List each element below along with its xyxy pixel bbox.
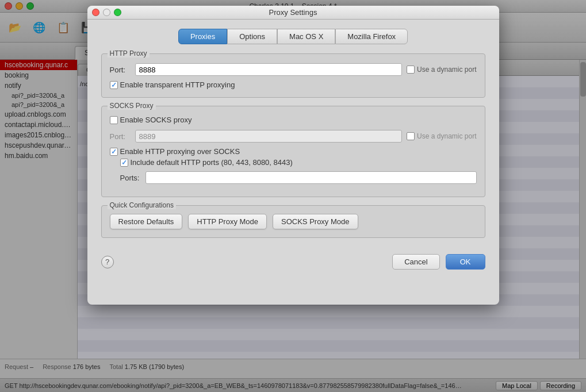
dialog-tab-options[interactable]: Options (227, 29, 277, 44)
dialog-title: Proxy Settings (269, 8, 317, 17)
socks-include-default-label: Include default HTTP ports (80, 443, 808… (131, 158, 293, 167)
socks-enable-checkbox[interactable] (110, 116, 118, 124)
restore-defaults-button[interactable]: Restore Defaults (110, 214, 183, 229)
dialog-window-controls[interactable] (92, 9, 121, 16)
dialog-tabs: Proxies Options Mac OS X Mozilla Firefox (101, 29, 485, 44)
http-dynamic-port-row: Use a dynamic port (407, 66, 476, 74)
socks-proxy-section: SOCKS Proxy Enable SOCKS proxy Port: Use… (101, 106, 485, 197)
dialog-tab-firefox[interactable]: Mozilla Firefox (335, 29, 408, 44)
socks-http-over-socks-row[interactable]: Enable HTTP proxying over SOCKS (110, 147, 477, 156)
modal-overlay: Proxy Settings Proxies Options Mac OS X … (0, 0, 586, 392)
ok-button[interactable]: OK (446, 254, 485, 270)
cancel-button[interactable]: Cancel (392, 254, 439, 270)
proxy-settings-dialog: Proxy Settings Proxies Options Mac OS X … (87, 6, 499, 305)
dialog-title-bar: Proxy Settings (87, 6, 499, 20)
socks-port-row: Port: Use a dynamic port (110, 130, 477, 143)
socks-dynamic-label: Use a dynamic port (417, 132, 476, 140)
socks-enable-label: Enable SOCKS proxy (120, 116, 192, 124)
http-dynamic-checkbox[interactable] (407, 66, 415, 74)
content-split: hscebooking.qunar.c booking notify api?_… (0, 60, 586, 359)
socks-port-input[interactable] (135, 130, 403, 143)
http-proxy-mode-button[interactable]: HTTP Proxy Mode (188, 214, 267, 229)
socks-proxy-legend: SOCKS Proxy (108, 102, 156, 110)
http-transparent-label: Enable transparent HTTP proxying (120, 80, 235, 89)
help-button[interactable]: ? (101, 256, 114, 268)
quick-config-section: Quick Configurations Restore Defaults HT… (101, 205, 485, 238)
http-transparent-row[interactable]: Enable transparent HTTP proxying (110, 80, 477, 89)
quick-buttons: Restore Defaults HTTP Proxy Mode SOCKS P… (110, 214, 477, 229)
socks-http-over-socks-checkbox[interactable] (110, 148, 118, 156)
dialog-content: Proxies Options Mac OS X Mozilla Firefox… (87, 20, 499, 247)
quick-config-legend: Quick Configurations (108, 201, 176, 209)
http-port-label: Port: (110, 66, 131, 74)
socks-include-default-row[interactable]: Include default HTTP ports (80, 443, 808… (110, 158, 477, 167)
http-proxy-legend: HTTP Proxy (108, 49, 150, 57)
http-transparent-checkbox[interactable] (110, 81, 118, 89)
http-dynamic-label: Use a dynamic port (417, 66, 476, 74)
socks-enable-row[interactable]: Enable SOCKS proxy (110, 116, 477, 124)
socks-dynamic-port-row: Use a dynamic port (407, 132, 476, 140)
socks-http-over-socks-label: Enable HTTP proxying over SOCKS (120, 147, 240, 156)
dialog-max-button[interactable] (114, 9, 121, 16)
http-proxy-section: HTTP Proxy Port: Use a dynamic port Enab… (101, 53, 485, 98)
socks-dynamic-checkbox[interactable] (407, 132, 415, 140)
socks-ports-label: Ports: (120, 174, 141, 182)
socks-ports-input[interactable] (145, 171, 477, 184)
dialog-footer: ? Cancel OK (87, 247, 499, 279)
socks-ports-row: Ports: (110, 171, 477, 184)
dialog-min-button[interactable] (103, 9, 110, 16)
dialog-tab-proxies[interactable]: Proxies (178, 29, 227, 44)
socks-port-label: Port: (110, 132, 131, 141)
http-port-input[interactable] (135, 63, 403, 76)
http-port-row: Port: Use a dynamic port (110, 63, 477, 76)
footer-action-buttons: Cancel OK (392, 254, 485, 270)
dialog-tab-macosx[interactable]: Mac OS X (277, 29, 335, 44)
socks-proxy-mode-button[interactable]: SOCKS Proxy Mode (273, 214, 358, 229)
dialog-close-button[interactable] (92, 9, 99, 16)
socks-include-default-checkbox[interactable] (120, 159, 128, 167)
